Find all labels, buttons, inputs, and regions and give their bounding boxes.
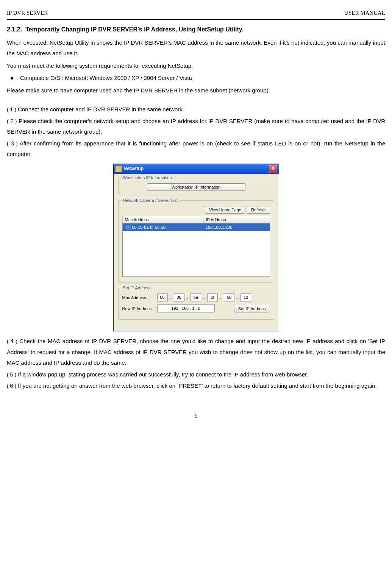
view-home-page-button[interactable]: View Home Page [205,206,245,214]
header-right: USER MANUAL [344,8,385,19]
intro-p1: When executed, NetSetup Utility in shows… [7,37,385,59]
table-row[interactable] [122,231,270,239]
step-4: (４) Check the MAC address of IP DVR SERV… [7,336,385,368]
table-row[interactable] [122,239,270,246]
step-6: (６) If you are not getting an answer fro… [7,381,385,392]
group-workstation-title: Workstation IP Information [122,175,173,180]
step-3: (３) After confirming from its appearance… [7,138,385,160]
mac-octet-0[interactable]: 00 [157,294,168,301]
col-ip[interactable]: IP Address [203,216,270,223]
mac-label: Mac Address [122,295,156,300]
group-set-ip-title: Set IP Address [122,285,152,290]
mac-octet-4[interactable]: 56 [224,294,234,301]
ip-label: New IP Address [122,306,156,311]
table-row[interactable] [122,269,270,277]
group-set-ip: Set IP Address Mac Address 00– 30– ba– b… [118,288,274,320]
section-title: 2.1.2. Temporarily Changing IP DVR SERVE… [7,24,385,35]
mac-octet-2[interactable]: ba [191,294,201,301]
device-table[interactable]: Mac Address IP Address 00-30-ba-bf-56-10… [122,216,270,277]
group-camera-list: Network Camera / Server List View Home P… [118,200,274,283]
app-icon [115,165,122,172]
mac-octet-1[interactable]: 30 [174,294,184,301]
device-icon [125,225,131,230]
set-ip-button[interactable]: Set IP Address [234,305,270,312]
group-camera-list-title: Network Camera / Server List [122,198,179,203]
mac-octet-5[interactable]: 10 [241,294,251,301]
table-row[interactable] [122,261,270,269]
intro-p2: You must meet the following system requi… [7,61,385,72]
group-workstation: Workstation IP Information Workstation I… [118,178,274,195]
intro-p3: Please make sure to have computer used a… [7,85,385,96]
workstation-info-button[interactable]: Workstation IP Information [147,183,245,191]
mac-octet-3[interactable]: bf [207,294,218,301]
step-2: (２) Please check the computer's network … [7,116,385,137]
table-row[interactable]: 00-30-ba-bf-56-10 192.168.1.200 [122,223,270,231]
refresh-button[interactable]: Refresh [247,206,270,214]
table-row[interactable] [122,254,270,261]
window-title: NetSetup [124,166,269,172]
close-button[interactable]: X [269,165,277,173]
ip-input[interactable]: 192 . 168 . 1 . 0 [157,304,215,312]
col-mac[interactable]: Mac Address [122,216,203,223]
page-number: 5 [7,411,385,422]
titlebar: NetSetup X [114,164,279,174]
table-row[interactable] [122,246,270,254]
bullet-text: Compatible O/S : Microsoft Windows 2000 … [20,73,192,84]
bullet-icon [11,77,13,80]
step-1: (１) Connect the computer and IP DVR SERV… [7,104,385,115]
step-5: (５) If a window pop up, stating process … [7,369,385,380]
header-left: IP DVR SERVER [7,8,48,19]
netsetup-window: NetSetup X Workstation IP Information Wo… [113,164,279,331]
